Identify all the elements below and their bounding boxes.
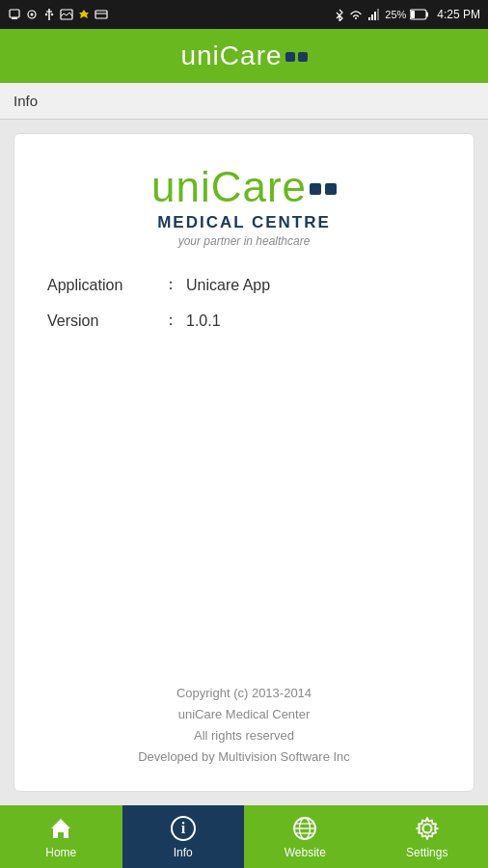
nav-website[interactable]: Website <box>244 805 366 868</box>
svg-rect-12 <box>371 14 373 20</box>
status-bar: 25% 4:25 PM <box>0 0 488 29</box>
nav-home-label: Home <box>45 846 76 859</box>
app-header: uniCare <box>0 29 488 83</box>
status-time: 4:25 PM <box>437 8 480 21</box>
page-title: Info <box>14 93 38 109</box>
bluetooth-icon <box>335 8 344 21</box>
gear-icon <box>413 814 442 843</box>
nav-home[interactable]: Home <box>0 805 122 868</box>
logo-text: uniCare <box>151 163 337 211</box>
medical-centre-text: MEDICAL CENTRE <box>157 213 331 232</box>
notification-icon <box>8 8 21 21</box>
copyright-line2: uniCare Medical Center <box>138 704 350 725</box>
svg-point-3 <box>31 14 34 16</box>
info-icon: i <box>169 814 198 843</box>
usb-icon <box>42 8 56 21</box>
svg-rect-9 <box>95 11 107 18</box>
info-card: uniCare MEDICAL CENTRE your partner in h… <box>14 133 474 792</box>
svg-point-6 <box>45 14 47 15</box>
nav-settings[interactable]: Settings <box>366 805 489 868</box>
nav-info[interactable]: i Info <box>122 805 245 868</box>
status-icons-left <box>8 8 108 21</box>
svg-rect-17 <box>411 11 415 18</box>
version-label: Version <box>47 312 163 330</box>
page-title-bar: Info <box>0 83 488 120</box>
copyright-line4: Developed by Multivision Software Inc <box>138 746 350 768</box>
copyright-section: Copyright (c) 2013-2014 uniCare Medical … <box>138 683 350 768</box>
svg-point-25 <box>422 825 431 833</box>
app-icon <box>77 8 91 21</box>
nav-info-label: Info <box>174 846 193 859</box>
app-title: uniCare <box>180 41 307 71</box>
application-label: Application <box>47 277 163 294</box>
eye-icon <box>25 8 39 21</box>
version-row: Version ： 1.0.1 <box>47 311 441 331</box>
svg-rect-1 <box>12 17 17 19</box>
home-icon <box>46 814 75 843</box>
app-info-section: Application ： Unicare App Version ： 1.0.… <box>38 275 450 346</box>
svg-rect-11 <box>368 17 370 20</box>
bottom-nav: Home i Info Website <box>0 805 488 868</box>
signal-icon <box>367 8 381 21</box>
svg-rect-13 <box>374 12 376 20</box>
main-content: uniCare MEDICAL CENTRE your partner in h… <box>0 120 488 805</box>
logo-area: uniCare MEDICAL CENTRE your partner in h… <box>151 163 337 248</box>
card-icon <box>95 8 108 21</box>
application-value: Unicare App <box>186 277 270 294</box>
image-icon <box>60 8 73 21</box>
svg-rect-16 <box>426 13 428 17</box>
svg-rect-0 <box>10 10 19 17</box>
wifi-icon <box>348 8 364 21</box>
battery-icon <box>410 9 429 20</box>
nav-settings-label: Settings <box>406 846 447 859</box>
tagline-text: your partner in healthcare <box>178 234 311 248</box>
version-colon: ： <box>163 311 178 331</box>
svg-text:i: i <box>181 820 186 836</box>
copyright-line1: Copyright (c) 2013-2014 <box>138 683 350 704</box>
svg-rect-14 <box>377 9 379 20</box>
svg-point-7 <box>51 14 53 15</box>
version-value: 1.0.1 <box>186 312 221 330</box>
nav-website-label: Website <box>285 846 326 859</box>
application-row: Application ： Unicare App <box>47 275 441 295</box>
status-icons-right: 25% 4:25 PM <box>335 8 480 21</box>
battery-text: 25% <box>385 9 406 20</box>
copyright-line3: All rights reserved <box>138 725 350 746</box>
globe-icon <box>290 814 319 843</box>
application-colon: ： <box>163 275 178 295</box>
